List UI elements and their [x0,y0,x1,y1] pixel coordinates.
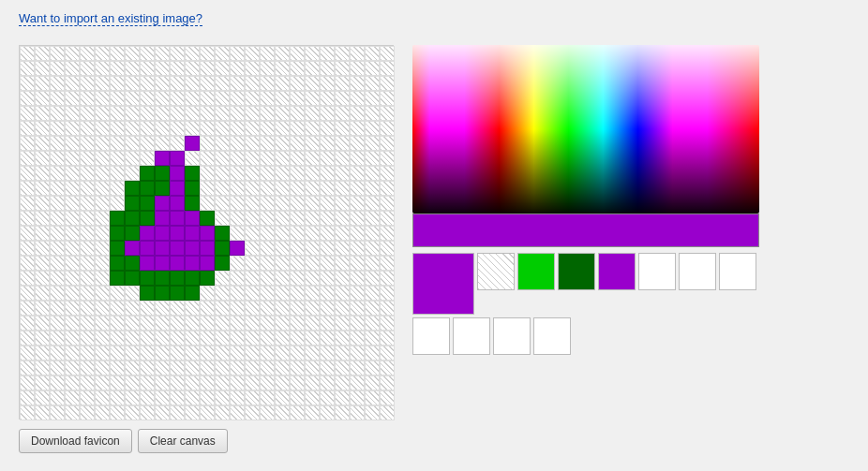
pixel-cell[interactable] [95,390,110,405]
pixel-cell[interactable] [50,181,65,196]
pixel-cell[interactable] [260,226,275,241]
pixel-cell[interactable] [140,211,155,226]
pixel-cell[interactable] [35,91,50,106]
pixel-cell[interactable] [140,241,155,256]
pixel-cell[interactable] [155,181,170,196]
pixel-cell[interactable] [20,361,35,375]
pixel-cell[interactable] [110,166,125,181]
pixel-cell[interactable] [95,226,110,241]
pixel-cell[interactable] [50,46,65,61]
pixel-cell[interactable] [95,316,110,331]
pixel-cell[interactable] [95,121,110,136]
pixel-cell[interactable] [80,301,95,316]
pixel-cell[interactable] [35,301,50,316]
pixel-cell[interactable] [20,76,35,91]
pixel-cell[interactable] [200,316,215,331]
pixel-cell[interactable] [125,196,140,211]
pixel-cell[interactable] [365,121,380,136]
pixel-cell[interactable] [140,166,155,181]
pixel-cell[interactable] [170,106,185,121]
pixel-cell[interactable] [365,375,380,390]
pixel-cell[interactable] [140,61,155,76]
pixel-cell[interactable] [200,196,215,211]
pixel-cell[interactable] [140,106,155,121]
pixel-cell[interactable] [155,76,170,91]
pixel-cell[interactable] [350,361,365,375]
pixel-cell[interactable] [125,151,140,166]
pixel-cell[interactable] [50,286,65,301]
pixel-cell[interactable] [95,211,110,226]
pixel-cell[interactable] [380,91,395,106]
pixel-cell[interactable] [65,226,80,241]
pixel-cell[interactable] [80,346,95,361]
pixel-cell[interactable] [260,271,275,286]
pixel-cell[interactable] [200,331,215,346]
pixel-cell[interactable] [380,301,395,316]
pixel-cell[interactable] [140,136,155,151]
pixel-cell[interactable] [320,91,335,106]
pixel-cell[interactable] [80,241,95,256]
pixel-cell[interactable] [50,136,65,151]
pixel-cell[interactable] [20,226,35,241]
pixel-cell[interactable] [290,390,305,405]
pixel-cell[interactable] [275,286,290,301]
pixel-cell[interactable] [275,256,290,271]
pixel-cell[interactable] [320,196,335,211]
pixel-cell[interactable] [320,226,335,241]
pixel-cell[interactable] [260,405,275,420]
pixel-cell[interactable] [80,121,95,136]
pixel-cell[interactable] [245,331,260,346]
pixel-cell[interactable] [275,361,290,375]
pixel-cell[interactable] [155,286,170,301]
pixel-cell[interactable] [35,166,50,181]
pixel-cell[interactable] [335,361,350,375]
pixel-cell[interactable] [50,271,65,286]
pixel-cell[interactable] [65,181,80,196]
pixel-cell[interactable] [215,390,230,405]
pixel-cell[interactable] [125,256,140,271]
pixel-cell[interactable] [65,271,80,286]
pixel-cell[interactable] [230,46,245,61]
pixel-cell[interactable] [230,256,245,271]
pixel-cell[interactable] [110,76,125,91]
pixel-cell[interactable] [305,241,320,256]
pixel-cell[interactable] [65,166,80,181]
pixel-cell[interactable] [335,136,350,151]
pixel-cell[interactable] [200,181,215,196]
pixel-cell[interactable] [140,196,155,211]
pixel-cell[interactable] [110,390,125,405]
pixel-cell[interactable] [200,226,215,241]
pixel-cell[interactable] [365,196,380,211]
pixel-cell[interactable] [20,375,35,390]
pixel-cell[interactable] [350,346,365,361]
pixel-cell[interactable] [140,346,155,361]
pixel-cell[interactable] [35,286,50,301]
pixel-cell[interactable] [320,375,335,390]
pixel-cell[interactable] [20,405,35,420]
pixel-cell[interactable] [140,226,155,241]
pixel-cell[interactable] [380,390,395,405]
pixel-cell[interactable] [245,241,260,256]
pixel-cell[interactable] [110,241,125,256]
pixel-cell[interactable] [95,46,110,61]
pixel-cell[interactable] [275,211,290,226]
pixel-cell[interactable] [350,286,365,301]
pixel-cell[interactable] [350,151,365,166]
pixel-cell[interactable] [155,271,170,286]
pixel-cell[interactable] [185,241,200,256]
pixel-cell[interactable] [230,301,245,316]
pixel-cell[interactable] [95,181,110,196]
pixel-cell[interactable] [170,76,185,91]
pixel-cell[interactable] [170,136,185,151]
color-swatch[interactable] [453,317,490,355]
pixel-cell[interactable] [215,196,230,211]
pixel-cell[interactable] [320,121,335,136]
pixel-cell[interactable] [245,136,260,151]
pixel-cell[interactable] [305,136,320,151]
pixel-cell[interactable] [230,286,245,301]
pixel-cell[interactable] [215,405,230,420]
pixel-cell[interactable] [290,331,305,346]
pixel-cell[interactable] [20,301,35,316]
pixel-cell[interactable] [170,316,185,331]
pixel-cell[interactable] [125,361,140,375]
